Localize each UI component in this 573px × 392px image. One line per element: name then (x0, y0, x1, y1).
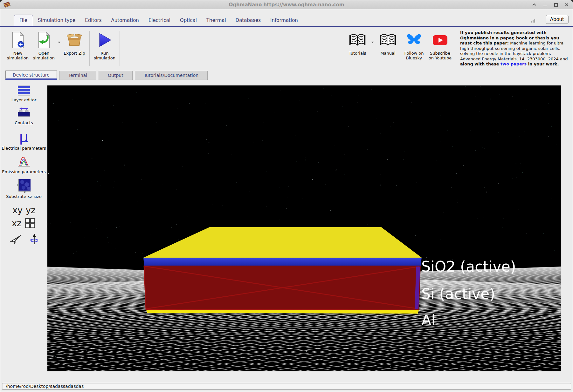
citation-bold-mid: along with these (460, 62, 501, 66)
app-window: OghmaNano https://www.oghma-nano.com Fil… (0, 0, 573, 392)
status-path-text: /home/rod/Desktop/sadassadasdas (6, 384, 84, 389)
menu-simulation-type[interactable]: Simulation type (33, 15, 80, 26)
menu-editors[interactable]: Editors (80, 15, 106, 26)
youtube-icon (431, 32, 449, 48)
menu-information[interactable]: Information (266, 15, 303, 26)
minimize-icon[interactable] (543, 3, 547, 7)
svg-text:x: x (17, 184, 18, 186)
manual-button[interactable]: Manual (375, 30, 401, 56)
tab-device-structure[interactable]: Device structure (5, 71, 57, 80)
view-yz-button[interactable]: yz (26, 206, 35, 215)
tutorials-button[interactable]: Tutorials (344, 30, 370, 56)
bluesky-button[interactable]: Follow on Bluesky (401, 30, 427, 60)
document-open-icon (35, 31, 52, 49)
menu-optical[interactable]: Optical (175, 15, 202, 26)
sidebar-item-substrate-xz-size[interactable]: x z Substrate xz-size (6, 178, 42, 199)
substrate-map-icon: x z (16, 178, 32, 193)
run-simulation-button[interactable]: Run simulation (92, 30, 118, 60)
document-plus-icon (9, 31, 26, 49)
citation-notice: If you publish results generated with Og… (456, 30, 569, 67)
open-book-icon (349, 32, 366, 48)
rotate-axis-icon[interactable] (30, 233, 39, 245)
tab-terminal[interactable]: Terminal (59, 71, 96, 80)
layer-label-sio2: SiO2 (active) (421, 259, 516, 274)
menubar: File Simulation type Editors Automation … (0, 9, 573, 27)
sidebar-item-layer-editor[interactable]: Layer editor (11, 84, 37, 102)
device-structure-panel: Layer editor Contacts μ Electri (0, 80, 573, 382)
svg-text:z: z (24, 191, 25, 193)
layer-label-si: Si (active) (421, 286, 495, 302)
shade-window-icon[interactable] (532, 3, 536, 7)
sidebar: Layer editor Contacts μ Electri (0, 80, 47, 382)
status-path-field: /home/rod/Desktop/sadassadasdas (2, 383, 571, 390)
about-button[interactable]: About (546, 15, 569, 24)
device-top-face (143, 227, 422, 258)
citation-bold-end: in your work. (527, 62, 559, 66)
layers-icon (17, 84, 31, 96)
menu-thermal[interactable]: Thermal (202, 15, 231, 26)
export-zip-button[interactable]: Export Zip (61, 30, 87, 56)
contacts-icon (17, 106, 31, 119)
tab-output[interactable]: Output (99, 71, 133, 80)
sidebar-item-electrical-parameters[interactable]: μ Electrical parameters (2, 129, 46, 151)
play-icon (96, 31, 113, 49)
device-sio2-layer (143, 258, 422, 266)
window-title: OghmaNano https://www.oghma-nano.com (0, 2, 573, 8)
bluesky-butterfly-icon (405, 32, 423, 48)
menu-file[interactable]: File (14, 15, 33, 26)
sidebar-item-emission-parameters[interactable]: Emission parameters (2, 155, 45, 174)
titlebar: OghmaNano https://www.oghma-nano.com (0, 0, 573, 9)
tutorials-dropdown[interactable] (370, 30, 375, 44)
document-tabs: Device structure Terminal Output Tutoria… (0, 69, 573, 80)
view-xz-button[interactable]: xz (12, 219, 21, 228)
grid-view-icon[interactable] (24, 218, 36, 229)
youtube-button[interactable]: Subscribe on Youtube (427, 30, 453, 60)
menu-automation[interactable]: Automation (107, 15, 144, 26)
toolbar-separator (89, 31, 90, 66)
3d-viewport[interactable]: SiO2 (active) Si (active) Al (47, 85, 561, 371)
maximize-icon[interactable] (554, 3, 558, 7)
view-xy-button[interactable]: xy (12, 206, 23, 215)
chevron-down-icon (371, 42, 374, 44)
sidebar-item-contacts[interactable]: Contacts (15, 106, 33, 125)
menu-databases[interactable]: Databases (231, 15, 266, 26)
open-options-dropdown[interactable] (57, 30, 61, 44)
statusbar-area: /home/rod/Desktop/sadassadasdas (0, 382, 573, 392)
emission-spectrum-icon (17, 155, 31, 168)
paper-plane-icon[interactable] (9, 234, 22, 245)
two-papers-link[interactable]: two papers (501, 62, 527, 66)
package-box-icon (66, 31, 83, 49)
tab-tutorials-documentation[interactable]: Tutorials/Documentation (135, 71, 208, 80)
toolbar-separator (120, 31, 120, 66)
mu-icon: μ (17, 129, 31, 145)
toolbar: New simulation Open simulation Export Zi… (0, 27, 573, 69)
layer-label-al: Al (421, 312, 435, 328)
new-simulation-button[interactable]: New simulation (5, 30, 31, 60)
menu-electrical[interactable]: Electrical (144, 15, 175, 26)
device-3d (47, 85, 561, 371)
svg-text:μ: μ (19, 129, 28, 145)
close-icon[interactable] (564, 3, 569, 7)
device-al-layer (146, 310, 419, 314)
open-book-icon (379, 32, 397, 48)
open-simulation-button[interactable]: Open simulation (31, 30, 57, 60)
resize-grip-icon (531, 19, 536, 23)
chevron-down-icon (58, 42, 60, 44)
